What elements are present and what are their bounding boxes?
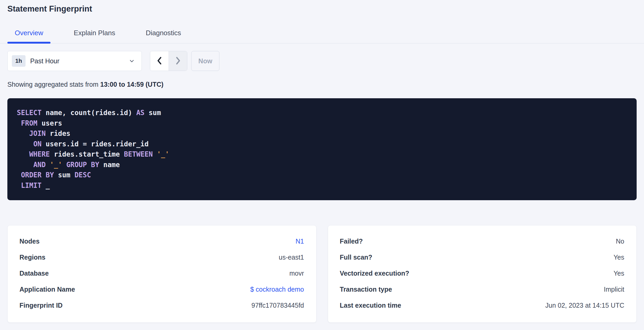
table-row: Transaction typeImplicit [340,281,625,297]
row-value: Yes [613,270,624,277]
sql-line: ON users.id = rides.rider_id [17,139,627,149]
row-value[interactable]: N1 [296,238,304,245]
row-label: Regions [19,254,46,261]
time-range-label: Past Hour [30,57,59,65]
prev-time-button[interactable] [150,51,169,71]
row-label: Nodes [19,238,39,245]
time-range-badge: 1h [12,55,26,67]
row-value: 97ffc170783445fd [251,302,304,309]
sql-line: JOIN rides [17,128,627,139]
summary-card-right: Failed?NoFull scan?YesVectorized executi… [328,225,637,323]
summary-cards: NodesN1Regionsus-east1DatabasemovrApplic… [7,225,637,323]
row-label: Database [19,270,49,277]
row-label: Failed? [340,238,363,245]
sql-line: WHERE rides.start_time BETWEEN '_' [17,149,627,160]
tab-diagnostics[interactable]: Diagnostics [138,29,188,43]
row-label: Transaction type [340,286,392,293]
stats-time-range: 13:00 to 14:59 (UTC) [100,81,163,88]
table-row: Regionsus-east1 [19,249,304,265]
row-label: Fingerprint ID [19,302,63,309]
sql-line: ORDER BY sum DESC [17,170,627,181]
stats-prefix: Showing aggregated stats from [7,81,100,88]
chevron-down-icon [128,58,135,64]
time-nav-group [150,51,187,71]
next-time-button[interactable] [169,51,187,71]
page-title: Statement Fingerprint [7,4,637,14]
tab-explain-plans[interactable]: Explain Plans [66,29,123,43]
table-row: Last execution timeJun 02, 2023 at 14:15… [340,297,625,313]
sql-line: SELECT name, count(rides.id) AS sum [17,108,627,118]
statement-fingerprint-page: Statement Fingerprint OverviewExplain Pl… [0,0,644,323]
row-label: Full scan? [340,254,373,261]
now-button[interactable]: Now [191,51,219,71]
table-row: Fingerprint ID97ffc170783445fd [19,297,304,313]
tab-overview[interactable]: Overview [7,29,51,43]
row-value[interactable]: $ cockroach demo [250,286,304,293]
tab-bar: OverviewExplain PlansDiagnostics [7,29,637,43]
chevron-left-icon [156,56,163,66]
table-row: Application Name$ cockroach demo [19,281,304,297]
row-label: Application Name [19,286,75,293]
row-label: Last execution time [340,302,401,309]
row-value: Jun 02, 2023 at 14:15 UTC [545,302,624,309]
table-row: Failed?No [340,233,625,249]
sql-line: LIMIT _ [17,181,627,191]
row-label: Vectorized execution? [340,270,409,277]
table-row: Databasemovr [19,265,304,281]
table-row: NodesN1 [19,233,304,249]
row-value: Yes [613,254,624,261]
table-row: Vectorized execution?Yes [340,265,625,281]
time-toolbar: 1h Past Hour [7,51,637,71]
table-row: Full scan?Yes [340,249,625,265]
row-value: Implicit [604,286,624,293]
row-value: us-east1 [279,254,304,261]
aggregated-stats-line: Showing aggregated stats from 13:00 to 1… [7,80,637,88]
chevron-right-icon [174,56,182,66]
sql-statement-box: SELECT name, count(rides.id) AS sum FROM… [7,98,637,200]
row-value: movr [289,270,304,277]
sql-line: FROM users [17,118,627,129]
tab-bar-wrap: OverviewExplain PlansDiagnostics [0,29,644,44]
time-range-dropdown[interactable]: 1h Past Hour [7,51,142,71]
summary-card-left: NodesN1Regionsus-east1DatabasemovrApplic… [7,225,316,323]
row-value: No [616,238,624,245]
sql-line: AND '_' GROUP BY name [17,160,627,170]
